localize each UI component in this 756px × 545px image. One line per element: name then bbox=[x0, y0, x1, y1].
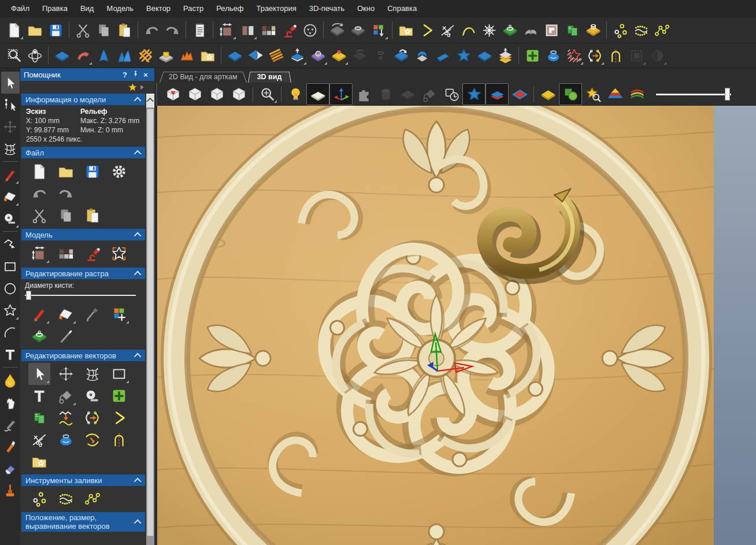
panel-settings-button[interactable] bbox=[108, 161, 130, 183]
fill-circles-button[interactable] bbox=[610, 19, 631, 41]
zoom-object-button[interactable] bbox=[3, 45, 24, 66]
set-model-position-button[interactable] bbox=[237, 19, 258, 41]
slider-handle[interactable] bbox=[725, 88, 730, 101]
notes-button[interactable] bbox=[189, 19, 210, 41]
panel-save-model-button[interactable] bbox=[81, 161, 103, 183]
star-overlay-button[interactable] bbox=[462, 83, 486, 105]
new-model-button[interactable] bbox=[3, 19, 24, 41]
section-file[interactable]: Файл bbox=[21, 147, 145, 158]
menu-item-9[interactable]: Окно bbox=[351, 0, 381, 17]
ellipse-tool[interactable] bbox=[1, 277, 20, 299]
panel-fit-curves-button[interactable] bbox=[55, 407, 77, 429]
wrap-relief-button[interactable] bbox=[412, 45, 432, 66]
draw-plane-button[interactable] bbox=[306, 83, 329, 105]
panel-fill-dots-button[interactable] bbox=[55, 488, 77, 510]
node-edit-tool[interactable] bbox=[1, 94, 20, 116]
fill-polyline-button[interactable] bbox=[651, 19, 672, 41]
flat-plane-button[interactable] bbox=[474, 45, 495, 66]
relief-envelope-button[interactable] bbox=[347, 19, 368, 41]
fillet-vectors-button[interactable] bbox=[458, 19, 479, 41]
panel-fit-arcs-button[interactable] bbox=[108, 407, 130, 429]
profile-arch-button[interactable] bbox=[605, 45, 626, 66]
preview-mode-button[interactable] bbox=[299, 19, 320, 41]
panel-add-color-button[interactable] bbox=[108, 303, 130, 325]
scroll-up-button[interactable] bbox=[146, 94, 154, 107]
panel-text-tool[interactable] bbox=[28, 385, 50, 407]
select-tool[interactable] bbox=[1, 72, 20, 94]
section-model[interactable]: Модель bbox=[21, 229, 145, 240]
polyline-tool[interactable] bbox=[1, 233, 20, 255]
panel-morph-vectors-button[interactable] bbox=[81, 407, 103, 429]
star-stamp-button[interactable] bbox=[453, 45, 474, 66]
help-button[interactable]: ? bbox=[120, 71, 130, 79]
interactive-sculpt-button[interactable] bbox=[114, 45, 135, 66]
panel-fill-circles-button[interactable] bbox=[28, 488, 50, 510]
panel-paste-button[interactable] bbox=[81, 205, 103, 227]
relief-3d-view[interactable] bbox=[157, 106, 756, 545]
panel-light-button[interactable] bbox=[81, 243, 103, 265]
extrude-button[interactable] bbox=[266, 45, 287, 66]
texture-flower-button[interactable] bbox=[479, 19, 499, 41]
smudge-tool[interactable] bbox=[1, 391, 20, 413]
view-zoom-slider[interactable] bbox=[656, 87, 731, 101]
panel-offset-curve-button[interactable] bbox=[81, 429, 103, 451]
panel-blob-button[interactable] bbox=[55, 429, 77, 451]
brush-diameter-slider[interactable] bbox=[25, 291, 136, 300]
flood-fill-tool[interactable] bbox=[1, 369, 20, 391]
panel-add-vector-button[interactable] bbox=[108, 385, 130, 407]
paste-button[interactable] bbox=[114, 19, 135, 41]
fit-arcs-button[interactable] bbox=[416, 19, 437, 41]
side-view-button[interactable] bbox=[206, 84, 228, 105]
panel-mirror-arch-button[interactable] bbox=[108, 429, 130, 451]
panel-trim-vectors-button[interactable] bbox=[28, 429, 50, 451]
panel-open-model-button[interactable] bbox=[55, 161, 77, 183]
new-layer-button[interactable] bbox=[522, 45, 543, 66]
menu-item-10[interactable]: Справка bbox=[381, 0, 423, 17]
relief-layer-stack-button[interactable] bbox=[495, 45, 516, 66]
top-view-button[interactable] bbox=[228, 84, 250, 105]
plugin-button[interactable] bbox=[353, 84, 375, 105]
blob-modeling-button[interactable] bbox=[543, 45, 564, 66]
panel-rectangle-tool[interactable] bbox=[108, 363, 130, 385]
texture-relief-button[interactable] bbox=[176, 45, 197, 66]
sculpt-button[interactable] bbox=[93, 45, 114, 66]
slice-relief-button[interactable] bbox=[520, 19, 541, 41]
angled-plane-button[interactable] bbox=[432, 45, 453, 66]
panel-redo-button[interactable] bbox=[55, 183, 77, 205]
menu-item-5[interactable]: Растр bbox=[177, 0, 210, 17]
erase-tool[interactable] bbox=[1, 186, 20, 207]
panel-cut-button[interactable] bbox=[28, 205, 50, 227]
panel-vector-clipart-button[interactable] bbox=[28, 451, 50, 473]
panel-undo-button[interactable] bbox=[28, 183, 50, 205]
invert-relief-button[interactable] bbox=[327, 19, 347, 41]
texture-star-button[interactable] bbox=[564, 45, 584, 66]
find-clipart-button[interactable] bbox=[582, 84, 604, 105]
pin-button[interactable] bbox=[130, 70, 140, 79]
panel-fill-polyline-button[interactable] bbox=[81, 488, 103, 510]
rectangle-tool[interactable] bbox=[1, 255, 20, 277]
menu-item-4[interactable]: Вектор bbox=[140, 0, 177, 17]
offset-relief-button[interactable] bbox=[287, 45, 307, 66]
isolate-sculpt-button[interactable] bbox=[307, 45, 328, 66]
relief-clipart-button[interactable] bbox=[197, 45, 218, 66]
light-material-button[interactable] bbox=[279, 19, 299, 41]
front-view-button[interactable] bbox=[184, 84, 206, 105]
vector-morph-button[interactable] bbox=[584, 45, 605, 66]
panel-lightbox-button[interactable] bbox=[108, 243, 130, 265]
text-tool[interactable] bbox=[1, 343, 20, 365]
set-model-size-button[interactable] bbox=[216, 19, 237, 41]
weave-wizard-button[interactable] bbox=[135, 45, 155, 66]
section-raster[interactable]: Редактирование растра bbox=[21, 268, 145, 279]
cut-button[interactable] bbox=[72, 19, 93, 41]
slider-handle[interactable] bbox=[26, 291, 31, 300]
copy-colors-button[interactable] bbox=[368, 19, 389, 41]
panel-measure-tool[interactable] bbox=[81, 385, 103, 407]
distort-tool[interactable] bbox=[1, 138, 20, 160]
extract-relief-button[interactable] bbox=[583, 19, 603, 41]
favorites-expand-icon[interactable] bbox=[140, 85, 144, 90]
section-vectors[interactable]: Редактирование векторов bbox=[21, 350, 145, 361]
panel-model-size-button[interactable] bbox=[28, 243, 50, 265]
preview-time-button[interactable] bbox=[440, 84, 462, 105]
vector-clipart-button[interactable] bbox=[395, 19, 416, 41]
paint-tool[interactable] bbox=[1, 164, 20, 186]
